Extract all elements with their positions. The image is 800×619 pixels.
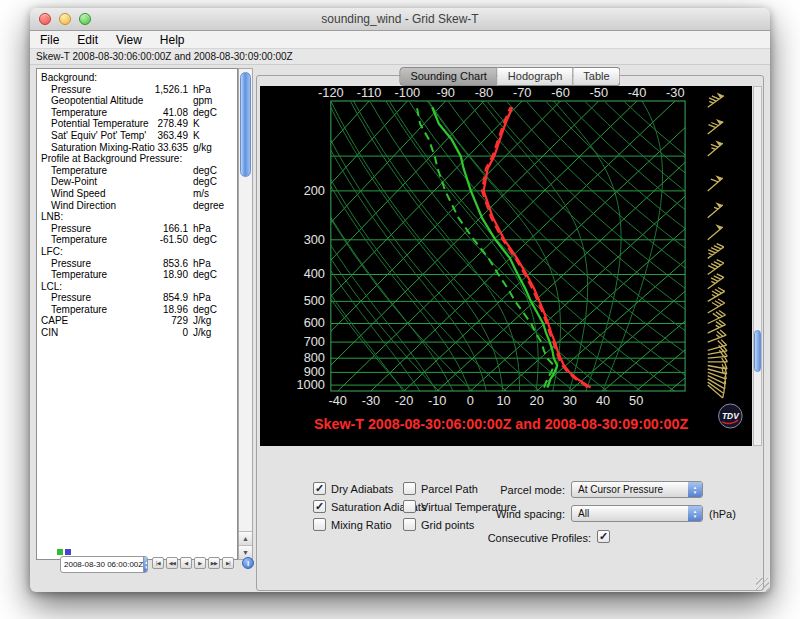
svg-text:300: 300 [304, 232, 325, 247]
svg-text:-120: -120 [318, 86, 344, 100]
parcel-mode-value: At Cursor Pressure [578, 482, 663, 497]
svg-text:700: 700 [304, 334, 325, 349]
minimize-button[interactable] [59, 13, 71, 25]
svg-text:-30: -30 [666, 86, 684, 100]
wind-spacing-value: All [578, 506, 589, 521]
checkbox-consecutive-profiles[interactable]: ✓ [597, 530, 610, 543]
chart-controls: ✓Dry Adiabats✓Saturation AdiabatsMixing … [257, 476, 763, 556]
svg-text:20: 20 [530, 393, 544, 408]
sidebar-section-header: Profile at Background Pressure: [41, 153, 233, 165]
menu-item-view[interactable]: View [116, 33, 142, 47]
sidebar-row: Dew-PointdegC [41, 176, 233, 188]
svg-text:-100: -100 [395, 86, 421, 100]
wind-spacing-unit: (hPa) [709, 508, 749, 520]
time-transport-controls: |◀◀◀◀▶▶▶▶| [152, 557, 234, 569]
checkbox-label: Grid points [421, 519, 474, 531]
svg-text:600: 600 [304, 315, 325, 330]
tab-hodograph[interactable]: Hodograph [498, 67, 573, 86]
sidebar-row: Geopotential Altitudegpm [41, 95, 233, 107]
legend-chip-blue [65, 549, 71, 555]
menu-item-file[interactable]: File [40, 33, 59, 47]
sidebar-row: CAPE729J/kg [41, 315, 233, 327]
zoom-button[interactable] [79, 13, 91, 25]
sounding-chart-panel: Sounding Chart Hodograph Table -120-110-… [256, 75, 764, 591]
dropdown-arrows-icon: ▲▼ [688, 482, 702, 497]
menu-item-help[interactable]: Help [160, 33, 185, 47]
menu-item-edit[interactable]: Edit [77, 33, 98, 47]
scroll-up-arrow-icon[interactable]: ▲ [239, 531, 252, 545]
chart-scrollbar[interactable] [753, 86, 762, 446]
titlebar[interactable]: sounding_wind - Grid Skew-T [30, 8, 770, 31]
checkbox-mixing-ratio[interactable] [313, 518, 326, 531]
svg-text:-20: -20 [395, 393, 413, 408]
svg-text:-10: -10 [428, 393, 446, 408]
svg-text:-90: -90 [436, 86, 454, 100]
transport-skip-start-button[interactable]: |◀ [152, 557, 164, 569]
svg-text:-40: -40 [628, 86, 646, 100]
sidebar-row: Pressure854.9hPa [41, 292, 233, 304]
sidebar-row: Temperature18.96degC [41, 304, 233, 316]
checkbox-virtual-temperature[interactable] [403, 500, 416, 513]
transport-fast-forward-button[interactable]: ▶▶ [208, 557, 220, 569]
wind-barbs [708, 92, 728, 398]
sidebar-row: Sat' Equiv' Pot' Temp'363.49K [41, 130, 233, 142]
svg-text:-30: -30 [362, 393, 380, 408]
parcel-mode-label: Parcel mode: [462, 484, 565, 496]
checkbox-grid-points[interactable] [403, 518, 416, 531]
svg-text:-60: -60 [551, 86, 569, 100]
svg-text:1000: 1000 [297, 377, 325, 392]
loop-info-button[interactable]: i [242, 557, 254, 569]
svg-text:-70: -70 [513, 86, 531, 100]
sidebar-row: Pressure1,526.1hPa [41, 84, 233, 96]
svg-text:40: 40 [596, 393, 610, 408]
transport-rewind-button[interactable]: ◀◀ [166, 557, 178, 569]
sidebar-row: Potential Temperature278.49K [41, 118, 233, 130]
tab-table[interactable]: Table [573, 67, 620, 86]
checkbox-parcel-path[interactable] [403, 482, 416, 495]
svg-text:-110: -110 [357, 86, 382, 100]
consecutive-profiles-label: Consecutive Profiles: [462, 532, 591, 544]
skewt-chart[interactable]: -120-110-100-90-80-70-60-50-40-30-40-30-… [260, 86, 752, 446]
stepper-arrows-icon[interactable]: ▲▼ [143, 557, 148, 572]
sidebar-row: Wind Directiondegree [41, 200, 233, 212]
checkbox-label: Dry Adiabats [331, 483, 393, 495]
checkbox-label: Mixing Ratio [331, 519, 392, 531]
transport-skip-end-button[interactable]: ▶| [222, 557, 234, 569]
tdv-logo-text: TDV [722, 410, 740, 420]
svg-text:50: 50 [629, 393, 643, 408]
sidebar-section-header: LFC: [41, 246, 233, 258]
sidebar-row: Pressure853.6hPa [41, 258, 233, 270]
sidebar-scrollbar-thumb[interactable] [240, 72, 251, 177]
sidebar-section-header: LNB: [41, 211, 233, 223]
sidebar-row: Saturation Mixing-Ratio33.635g/kg [41, 142, 233, 154]
app-window: sounding_wind - Grid Skew-T File Edit Vi… [30, 8, 770, 592]
svg-text:-40: -40 [329, 393, 347, 408]
svg-text:200: 200 [304, 183, 325, 198]
sidebar-scrollbar[interactable]: ▲ ▼ [238, 68, 253, 560]
transport-step-forward-button[interactable]: ▶ [194, 557, 206, 569]
sidebar-row: Pressure166.1hPa [41, 223, 233, 235]
sidebar-row: Temperature41.08degC [41, 107, 233, 119]
time-selector[interactable]: 2008-08-30 06:00:00Z ▲▼ [60, 556, 148, 573]
checkbox-dry-adiabats[interactable]: ✓ [313, 482, 326, 495]
sounding-title-label: Skew-T 2008-08-30:06:00:00Z and 2008-08-… [30, 49, 770, 65]
svg-text:800: 800 [304, 350, 325, 365]
sidebar-row: Temperature-61.50degC [41, 234, 233, 246]
transport-step-back-button[interactable]: ◀ [180, 557, 192, 569]
parcel-mode-select[interactable]: At Cursor Pressure ▲▼ [571, 481, 703, 498]
wind-spacing-select[interactable]: All ▲▼ [571, 505, 703, 522]
close-button[interactable] [39, 13, 51, 25]
chart-scrollbar-thumb[interactable] [754, 330, 761, 372]
wind-spacing-label: Wind spacing: [462, 508, 565, 520]
view-tabs: Sounding Chart Hodograph Table [399, 67, 620, 86]
menubar: File Edit View Help [30, 31, 770, 49]
checkbox-saturation-adiabats[interactable]: ✓ [313, 500, 326, 513]
svg-text:30: 30 [563, 393, 577, 408]
sidebar-section-header: LCL: [41, 281, 233, 293]
tab-sounding-chart[interactable]: Sounding Chart [399, 67, 497, 86]
sidebar-row: Wind Speedm/s [41, 188, 233, 200]
resize-grip[interactable] [756, 578, 769, 591]
sidebar-row: TemperaturedegC [41, 165, 233, 177]
sidebar-section-header: Background: [41, 72, 233, 84]
svg-text:500: 500 [304, 293, 325, 308]
